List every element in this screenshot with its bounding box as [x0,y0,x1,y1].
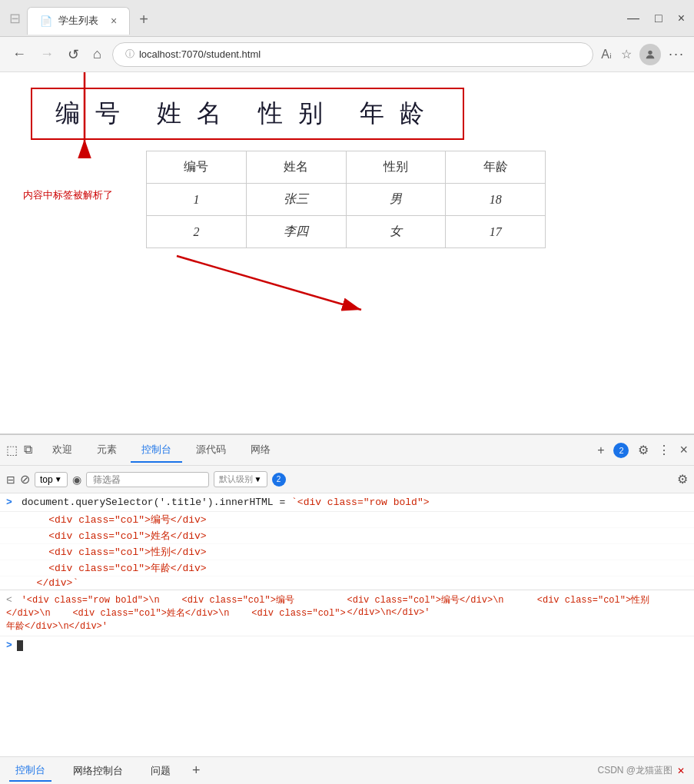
table-section: 内容中标签被解析了 编号 姓名 性别 年龄 [31,151,663,248]
annotation-arrow [38,72,138,181]
profile-button[interactable] [639,44,661,65]
tab-elements[interactable]: 元素 [86,438,128,463]
device-icon[interactable]: ⧉ [24,443,32,457]
console-result-line: < '<div class="row bold">\n <div class="… [0,590,694,636]
bottom-tab-console[interactable]: 控制台 [9,760,51,782]
result-right: <div class="col">编号</div>\n <div class="… [347,593,689,633]
title-bar: ⊟ 📄 学生列表 × + — □ × [0,0,694,37]
tab-console[interactable]: 控制台 [131,438,182,463]
devtools-icons-left: ⬚ ⧉ [6,443,32,457]
cell-id-1: 1 [147,184,247,216]
cell-gender-1: 男 [346,184,446,216]
console-indent-3: <div class="col">性别</div> [0,544,694,560]
tab-welcome[interactable]: 欢迎 [42,438,83,463]
cell-name-1: 张三 [246,184,346,216]
favorites-icon[interactable]: ☆ [621,47,632,61]
filter-icon[interactable]: ⊘ [20,472,30,487]
minimize-button[interactable]: — [627,12,639,25]
new-tab-button[interactable]: + [139,11,148,28]
eye-icon[interactable]: ◉ [72,473,81,486]
devtools-close-button[interactable]: × [679,442,688,458]
annotation-text: 内容中标签被解析了 [23,189,113,202]
filter-input[interactable] [86,472,209,487]
console-command-line: > document.querySelector('.title').inner… [0,493,694,512]
context-selector[interactable]: top ▼ [35,472,68,487]
down-arrow [169,248,415,325]
url-bar[interactable]: ⓘ localhost:7070/student.html [112,42,593,67]
result-left: < '<div class="row bold">\n <div class="… [6,593,347,633]
indent-text-5: </div>` [25,577,78,589]
bottom-add-tab-button[interactable]: + [192,762,201,779]
clear-console-icon[interactable]: ⊟ [6,473,15,486]
watermark-text: CSDN @龙猫蓝图 [597,764,672,777]
devtools-icons-right: + 2 ⚙ ⋮ × [597,442,688,458]
svg-line-4 [177,256,361,310]
cmd-arrow-icon: > [6,497,17,508]
result-text-right: <div class="col">编号</div>\n <div class="… [347,595,650,618]
tab-network[interactable]: 网络 [240,438,281,463]
browser-window: ⊟ 📄 学生列表 × + — □ × ← → ↺ ⌂ ⓘ localhost:7… [0,0,694,784]
address-bar: ← → ↺ ⌂ ⓘ localhost:7070/student.html Aᵢ… [0,37,694,72]
bottom-tab-issues[interactable]: 问题 [144,761,177,781]
log-level-dropdown-icon: ▼ [254,475,262,483]
cmd-text-2: `<div class="row bold"> [291,497,429,508]
url-text: localhost:7070/student.html [139,48,261,60]
error-badge: 2 [613,443,629,458]
more-options-button[interactable]: ··· [669,46,685,62]
security-icon: ⓘ [125,48,134,61]
table-row-wrapper: 内容中标签被解析了 编号 姓名 性别 年龄 [31,151,663,248]
header-gender: 性别 [346,151,446,184]
window-controls: — □ × [627,12,685,25]
console-indent-4: <div class="col">年龄</div> [0,560,694,576]
cell-gender-2: 女 [346,216,446,248]
table-header-row: 编号 姓名 性别 年龄 [147,151,546,184]
devtools-console[interactable]: > document.querySelector('.title').inner… [0,493,694,756]
bottom-bar: 控制台 网络控制台 问题 + CSDN @龙猫蓝图 ✕ [0,756,694,784]
bottom-tab-network[interactable]: 网络控制台 [67,761,129,781]
browser-tab[interactable]: 📄 学生列表 × [27,7,130,35]
console-badge: 2 [272,473,286,487]
console-indent-1: <div class="col">编号</div> [0,512,694,528]
back-button[interactable]: ← [9,43,29,65]
address-actions: Aᵢ ☆ [601,47,632,61]
tab-file-icon: 📄 [40,15,52,27]
student-table: 编号 姓名 性别 年龄 1 张三 男 18 [146,151,546,248]
table-row: 2 李四 女 17 [147,216,546,248]
devtools-panel: ⬚ ⧉ 欢迎 元素 控制台 源代码 网络 + 2 ⚙ ⋮ × ⊟ ⊘ [0,434,694,756]
refresh-button[interactable]: ↺ [65,43,82,66]
close-button[interactable]: × [678,12,685,25]
svg-point-0 [648,50,652,54]
cell-age-1: 18 [446,184,546,216]
settings-icon[interactable]: ⚙ [638,443,649,457]
console-settings-icon[interactable]: ⚙ [677,472,688,487]
input-prompt-icon: > [6,639,12,651]
student-area: 编号 姓名 性别 年龄 [0,72,694,264]
sidebar-toggle-icon[interactable]: ⊟ [9,10,21,27]
console-input-line[interactable]: > [0,636,694,654]
home-button[interactable]: ⌂ [90,43,105,65]
indent-text-3: <div class="col">性别</div> [25,546,207,558]
console-indent-2: <div class="col">姓名</div> [0,528,694,544]
tab-close-button[interactable]: × [111,15,117,27]
add-tab-icon[interactable]: + [597,443,604,457]
result-text-left: '<div class="row bold">\n <div class="co… [6,595,346,632]
watermark: CSDN @龙猫蓝图 ✕ [597,764,685,777]
read-mode-icon[interactable]: Aᵢ [601,47,612,61]
cell-age-2: 17 [446,216,546,248]
context-dropdown-icon: ▼ [55,475,62,483]
devtools-tabs-bar: ⬚ ⧉ 欢迎 元素 控制台 源代码 网络 + 2 ⚙ ⋮ × [0,435,694,466]
watermark-icon: ✕ [677,766,685,776]
page-content: 编号 姓名 性别 年龄 [0,72,694,756]
tab-sources[interactable]: 源代码 [185,438,237,463]
tab-title: 学生列表 [58,14,98,28]
cell-name-2: 李四 [246,216,346,248]
header-name: 姓名 [246,151,346,184]
inspect-icon[interactable]: ⬚ [6,443,18,457]
log-level-label: 默认级别 [219,473,253,485]
forward-button[interactable]: → [37,43,57,65]
dots-icon[interactable]: ⋮ [658,443,670,457]
indent-text-4: <div class="col">年龄</div> [25,563,207,574]
log-level-selector[interactable]: 默认级别 ▼ [214,471,267,487]
maximize-button[interactable]: □ [655,12,662,25]
console-indent-5: </div>` [0,576,694,590]
